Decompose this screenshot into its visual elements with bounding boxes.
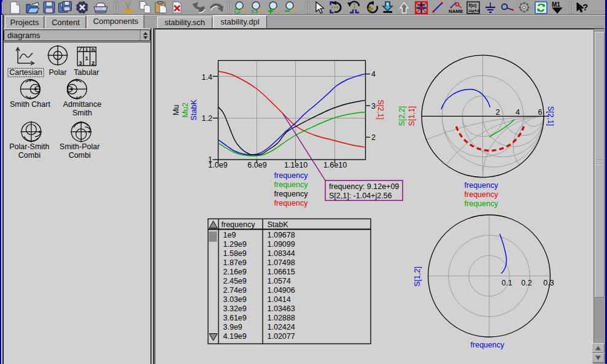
svg-text:frequency: frequency [465, 181, 499, 190]
svg-text:frequency: 9.12e+09: frequency: 9.12e+09 [329, 182, 399, 191]
svg-text:frequency: frequency [465, 190, 499, 199]
svg-text:2.16e9: 2.16e9 [223, 268, 247, 276]
svg-text:frequency: frequency [274, 180, 309, 189]
svg-text:1.07498: 1.07498 [268, 258, 295, 267]
svg-text:1.87e9: 1.87e9 [223, 258, 247, 267]
svg-text:2.74e9: 2.74e9 [223, 286, 247, 295]
svg-text:4: 4 [371, 70, 376, 79]
svg-text:3.9e9: 3.9e9 [223, 323, 242, 331]
svg-text:2: 2 [496, 108, 500, 117]
svg-text:frequency: frequency [222, 220, 256, 229]
svg-text:frequency: frequency [274, 190, 309, 198]
svg-text:1.04906: 1.04906 [268, 286, 295, 295]
svg-text:Mu: Mu [172, 105, 180, 115]
svg-text:3.32e9: 3.32e9 [223, 304, 247, 313]
svg-text:S[1,2]: S[1,2] [414, 266, 422, 287]
svg-text:frequency: frequency [274, 171, 309, 180]
svg-text:3.03e9: 3.03e9 [223, 295, 247, 304]
svg-text:1.02888: 1.02888 [268, 314, 295, 322]
svg-text:1.2: 1.2 [202, 114, 212, 123]
svg-text:1.0414: 1.0414 [268, 295, 291, 304]
svg-text:6.0e9: 6.0e9 [247, 161, 266, 169]
svg-text:1.09678: 1.09678 [268, 231, 295, 239]
svg-text:4.19e9: 4.19e9 [223, 332, 247, 341]
svg-text:1.29e9: 1.29e9 [223, 240, 247, 249]
svg-text:1.08344: 1.08344 [268, 249, 295, 258]
svg-text:frequency: frequency [471, 341, 505, 349]
svg-text:1e9: 1e9 [223, 231, 236, 239]
svg-text:S[2,1]: S[2,1] [376, 99, 385, 120]
svg-text:1.58e9: 1.58e9 [223, 249, 247, 258]
svg-text:3: 3 [371, 102, 376, 110]
svg-text:1.1e10: 1.1e10 [284, 161, 307, 169]
svg-text:StabK: StabK [190, 99, 199, 121]
svg-text:6: 6 [538, 108, 543, 117]
svg-text:1.02077: 1.02077 [268, 332, 295, 341]
svg-text:1.6e10: 1.6e10 [323, 161, 347, 169]
svg-text:0.2: 0.2 [521, 279, 532, 287]
svg-text:1.09099: 1.09099 [268, 240, 295, 249]
svg-text:frequency: frequency [274, 199, 309, 207]
svg-text:frequency: frequency [465, 199, 499, 208]
svg-text:4: 4 [516, 108, 520, 117]
svg-text:S[2,1]: S[2,1] [546, 106, 555, 126]
svg-text:3.61e9: 3.61e9 [223, 314, 247, 322]
svg-text:StabK: StabK [268, 220, 289, 229]
svg-text:1.03463: 1.03463 [268, 304, 295, 313]
svg-text:1.0574: 1.0574 [268, 277, 291, 285]
svg-text:2: 2 [371, 133, 376, 142]
svg-text:S[2,1]: -1.04+j2.56: S[2,1]: -1.04+j2.56 [329, 192, 392, 200]
svg-text:S[2,2]: S[2,2] [398, 106, 406, 126]
svg-text:1.06615: 1.06615 [268, 268, 295, 276]
svg-text:0.3: 0.3 [543, 279, 554, 287]
svg-text:1.02424: 1.02424 [268, 323, 295, 331]
svg-text:1.0e9: 1.0e9 [208, 161, 227, 169]
svg-text:0.1: 0.1 [501, 279, 512, 287]
svg-text:2.45e9: 2.45e9 [223, 277, 247, 285]
svg-text:S[1,1]: S[1,1] [408, 106, 416, 126]
svg-text:1.4: 1.4 [202, 73, 212, 82]
svg-text:Mu2: Mu2 [181, 103, 190, 117]
